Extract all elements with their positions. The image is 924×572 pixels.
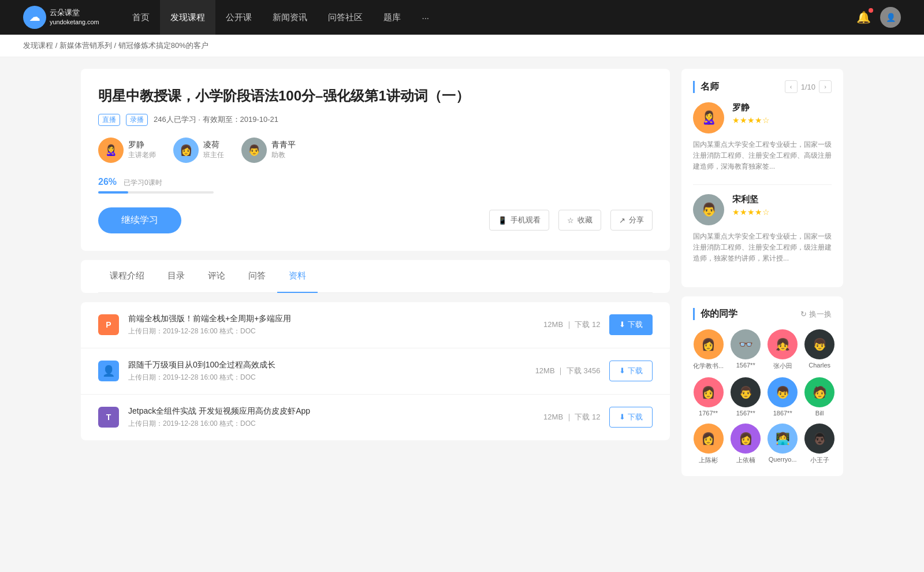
file-meta-0: 上传日期：2019-12-28 16:00 格式：DOC [128,326,534,336]
logo-text: 云朵课堂yundoketang.com [50,8,99,26]
teacher-item-1: 👩 凌荷 班主任 [173,138,224,163]
course-meta: 直播 录播 246人已学习 · 有效期至：2019-10-21 [98,114,653,126]
file-stats-1: 12MB ｜ 下载 3456 [535,366,601,376]
teacher-sidebar-name-1: 宋利坚 [732,194,770,205]
teacher-name-0: 罗静 [128,140,156,150]
progress-fill [98,191,128,194]
main-container: 明星中教授课，小学阶段语法100分–强化级第1讲动词（一） 直播 录播 246人… [58,57,866,497]
teacher-sidebar-avatar-0: 🙎‍♀️ [693,102,724,133]
teacher-sidebar-0: 🙎‍♀️ 罗静 ★★★★☆ 国内某重点大学安全工程专业硕士，国家一级注册消防工程… [693,102,832,173]
nav-item-home[interactable]: 首页 [122,0,160,35]
student-item-2: 👧 张小田 [767,329,798,370]
teachers-next-btn[interactable]: › [819,80,832,93]
file-icon-0: P [98,314,119,335]
student-name-8: 上陈彬 [699,456,718,465]
share-button[interactable]: ↗ 分享 [610,210,653,231]
course-card: 明星中教授课，小学阶段语法100分–强化级第1讲动词（一） 直播 录播 246人… [81,69,670,251]
navbar: ☁ 云朵课堂yundoketang.com 首页 发现课程 公开课 新闻资讯 问… [0,0,924,35]
file-item-0: P 前端全栈加强版！前端全栈+全周期+多端应用 上传日期：2019-12-28 … [81,302,670,348]
tab-comments[interactable]: 评论 [196,260,237,293]
switch-label: 换一换 [809,309,832,320]
students-sidebar-card: 你的同学 ↻ 换一换 👩 化学教书... 👓 1567** 👧 张小田 [681,296,843,476]
file-item-2: T Jetpack全组件实战 开发短视频应用高仿皮皮虾App 上传日期：2019… [81,395,670,440]
course-actions: 继续学习 📱 手机观看 ☆ 收藏 ↗ 分享 [98,207,653,233]
progress-section: 26% 已学习0课时 [98,177,653,194]
students-grid: 👩 化学教书... 👓 1567** 👧 张小田 👦 Charles 👩 [693,329,832,465]
student-avatar-9: 👩 [731,424,761,454]
student-avatar-4: 👩 [694,377,724,407]
breadcrumb-current: 销冠修炼术搞定80%的客户 [118,41,208,50]
nav-item-qa[interactable]: 问答社区 [318,0,373,35]
student-name-3: Charles [808,362,830,369]
teacher-avatar-2: 👨 [241,138,267,163]
file-info-2: Jetpack全组件实战 开发短视频应用高仿皮皮虾App 上传日期：2019-1… [128,406,534,429]
share-label: 分享 [629,215,644,225]
teacher-avatar-1: 👩 [173,138,199,163]
file-meta-1: 上传日期：2019-12-28 16:00 格式：DOC [128,373,526,382]
file-meta-2: 上传日期：2019-12-28 16:00 格式：DOC [128,419,534,429]
teacher-sidebar-name-0: 罗静 [732,102,770,113]
tabs: 课程介绍 目录 评论 问答 资料 [98,260,653,293]
teacher-sidebar-desc-1: 国内某重点大学安全工程专业硕士，国家一级注册消防工程师、注册安全工程师，级注册建… [693,231,832,265]
bell-icon[interactable]: 🔔 [856,10,871,24]
student-name-6: 1867** [773,410,792,417]
mobile-view-button[interactable]: 📱 手机观看 [489,210,549,231]
file-list: P 前端全栈加强版！前端全栈+全周期+多端应用 上传日期：2019-12-28 … [81,302,670,440]
teachers-pagination: ‹ 1/10 › [785,80,832,93]
teacher-divider [693,184,832,185]
logo[interactable]: ☁ 云朵课堂yundoketang.com [23,6,99,29]
continue-button[interactable]: 继续学习 [98,207,181,233]
switch-btn[interactable]: ↻ 换一换 [800,309,832,320]
student-name-10: Querryo... [769,456,797,463]
student-item-5: 👨 1567** [731,377,761,417]
tab-intro[interactable]: 课程介绍 [98,260,156,293]
teachers: 🙎‍♀️ 罗静 主讲老师 👩 凌荷 班主任 👨 青青 [98,138,653,163]
badge-live: 直播 [98,114,120,126]
file-stats-0: 12MB ｜ 下载 12 [543,320,600,330]
teachers-prev-btn[interactable]: ‹ [785,80,798,93]
download-button-0[interactable]: ⬇ 下载 [609,314,653,335]
student-avatar-0: 👩 [694,329,724,359]
collect-label: 收藏 [578,215,593,225]
collect-button[interactable]: ☆ 收藏 [558,210,601,231]
student-name-2: 张小田 [773,362,792,370]
star-icon: ☆ [567,216,574,225]
nav-items: 首页 发现课程 公开课 新闻资讯 问答社区 题库 ··· [122,0,856,35]
nav-item-discover[interactable]: 发现课程 [160,0,215,35]
file-icon-1: 👤 [98,361,119,381]
user-avatar-nav[interactable]: 👤 [880,7,901,28]
file-info-0: 前端全栈加强版！前端全栈+全周期+多端应用 上传日期：2019-12-28 16… [128,314,534,336]
nav-item-more[interactable]: ··· [411,0,439,35]
download-button-2[interactable]: ⬇ 下载 [609,407,653,428]
course-title: 明星中教授课，小学阶段语法100分–强化级第1讲动词（一） [98,86,653,106]
teachers-sidebar-card: 名师 ‹ 1/10 › 🙎‍♀️ 罗静 ★★★★☆ 国内某重点大学安全工程专业硕… [681,69,843,287]
course-meta-text: 246人已学习 · 有效期至：2019-10-21 [154,114,278,125]
teacher-role-1: 班主任 [203,150,224,160]
student-avatar-10: 👩‍💻 [767,424,798,454]
breadcrumb-discover[interactable]: 发现课程 [23,41,53,50]
nav-item-questions[interactable]: 题库 [373,0,411,35]
content-area: 明星中教授课，小学阶段语法100分–强化级第1讲动词（一） 直播 录播 246人… [81,69,670,485]
teacher-name-2: 青青平 [271,140,296,150]
teacher-role-2: 助教 [271,150,296,160]
refresh-icon: ↻ [800,310,807,318]
teachers-sidebar-title: 名师 [693,81,719,93]
student-item-3: 👦 Charles [804,329,834,370]
tabs-card: 课程介绍 目录 评论 问答 资料 [81,260,670,293]
download-button-1[interactable]: ⬇ 下载 [609,361,653,381]
nav-item-open[interactable]: 公开课 [215,0,262,35]
teacher-sidebar-avatar-1: 👨 [693,194,724,225]
student-avatar-11: 👨🏿 [804,424,834,454]
tab-materials[interactable]: 资料 [277,260,318,293]
mobile-label: 手机观看 [511,215,541,225]
teacher-item-0: 🙎‍♀️ 罗静 主讲老师 [98,138,156,163]
nav-item-news[interactable]: 新闻资讯 [262,0,318,35]
student-avatar-1: 👓 [731,329,761,359]
breadcrumb-series[interactable]: 新媒体营销系列 [59,41,112,50]
action-buttons: 📱 手机观看 ☆ 收藏 ↗ 分享 [489,210,653,231]
progress-sub: 已学习0课时 [124,179,162,187]
teacher-sidebar-stars-1: ★★★★☆ [732,207,770,217]
tab-qa[interactable]: 问答 [237,260,277,293]
student-name-1: 1567** [736,362,755,369]
tab-catalog[interactable]: 目录 [156,260,196,293]
